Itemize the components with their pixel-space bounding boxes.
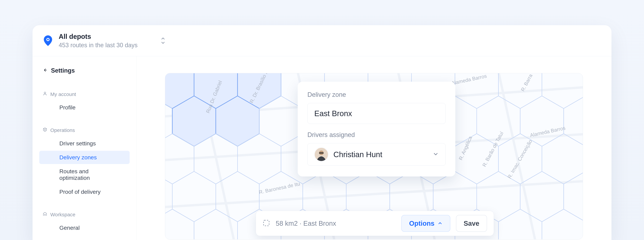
- depot-title: All depots: [59, 33, 138, 40]
- main-content: Rua Dr. GabrielR. Dr. Brasílio MachadoR.…: [136, 56, 612, 240]
- sidebar-item-label: Driver settings: [59, 140, 96, 147]
- sidebar-group-workspace: Workspace: [32, 207, 136, 220]
- sidebar-item-driver-settings[interactable]: Driver settings: [39, 137, 130, 150]
- save-label: Save: [464, 220, 479, 227]
- sidebar-item-label: Profile: [59, 104, 76, 110]
- sidebar-group-operations: Operations: [32, 123, 136, 136]
- zone-name-input[interactable]: [308, 103, 446, 124]
- sidebar-group-label: Workspace: [50, 212, 76, 217]
- zone-summary-text: 58 km2 · East Bronx: [276, 220, 396, 227]
- settings-sidebar: Settings My account Profile: [32, 56, 136, 240]
- sidebar-item-label: General: [59, 224, 80, 231]
- depot-subtitle: 453 routes in the last 30 days: [59, 42, 138, 49]
- user-icon: [42, 91, 47, 97]
- driver-select[interactable]: Christian Hunt: [308, 143, 446, 166]
- save-button[interactable]: Save: [456, 215, 487, 232]
- selection-icon: [263, 219, 270, 227]
- sidebar-item-routes-optimization[interactable]: Routes and optimization: [39, 165, 130, 185]
- location-pin-icon: [42, 35, 53, 46]
- back-to-settings[interactable]: Settings: [32, 63, 136, 78]
- sidebar-item-delivery-zones[interactable]: Delivery zones: [39, 151, 130, 164]
- chevron-up-icon: [438, 220, 442, 227]
- drivers-label: Drivers assigned: [308, 131, 446, 139]
- svg-point-1: [47, 39, 49, 40]
- sidebar-item-profile[interactable]: Profile: [39, 101, 130, 114]
- app-header: All depots 453 routes in the last 30 day…: [32, 25, 612, 56]
- options-button[interactable]: Options: [401, 215, 450, 232]
- sidebar-item-proof-of-delivery[interactable]: Proof of delivery: [39, 185, 130, 198]
- chevron-down-icon: [433, 151, 439, 158]
- zone-edit-card: Delivery zone Drivers assigned: [298, 82, 455, 176]
- sidebar-item-label: Delivery zones: [59, 154, 97, 161]
- driver-name: Christian Hunt: [334, 150, 428, 159]
- sidebar-item-general[interactable]: General: [39, 221, 130, 234]
- sidebar-group-label: Operations: [50, 128, 75, 133]
- svg-rect-16: [264, 220, 269, 226]
- sidebar-item-label: Proof of delivery: [59, 189, 100, 195]
- building-icon: [42, 212, 47, 217]
- box-icon: [42, 127, 47, 133]
- driver-avatar: [314, 147, 328, 162]
- zone-summary-bar: 58 km2 · East Bronx Options Save: [256, 211, 494, 236]
- zone-map[interactable]: Rua Dr. GabrielR. Dr. Brasílio MachadoR.…: [165, 73, 583, 239]
- arrow-left-icon: [42, 67, 48, 74]
- sidebar-group-label: My account: [50, 91, 76, 97]
- zone-name-label: Delivery zone: [308, 91, 446, 98]
- app-window: All depots 453 routes in the last 30 day…: [32, 25, 612, 240]
- svg-point-2: [44, 92, 46, 94]
- chevron-up-down-icon[interactable]: [160, 36, 166, 46]
- sidebar-item-label: Routes and optimization: [59, 168, 90, 181]
- options-label: Options: [409, 220, 434, 227]
- depot-selector[interactable]: All depots 453 routes in the last 30 day…: [59, 33, 138, 49]
- back-label: Settings: [51, 67, 75, 74]
- sidebar-group-account: My account: [32, 86, 136, 100]
- svg-rect-15: [319, 152, 324, 154]
